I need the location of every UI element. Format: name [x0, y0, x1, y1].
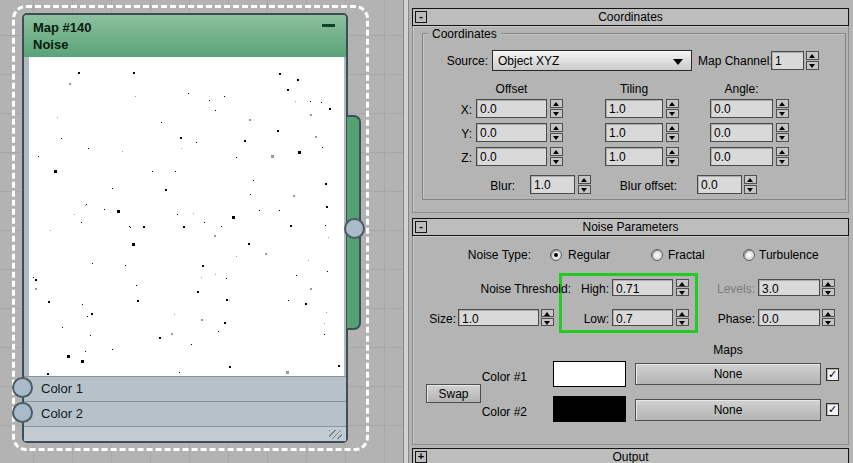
y-tiling-spinner[interactable] — [666, 123, 679, 142]
spin-down-icon[interactable] — [744, 185, 757, 194]
node-subtitle: Noise — [33, 37, 68, 52]
input-socket-color2[interactable] — [12, 402, 33, 423]
spin-up-icon[interactable] — [676, 279, 689, 287]
phase-field[interactable]: 0.0 — [758, 309, 820, 326]
noise-rollout-header[interactable]: - Noise Parameters — [412, 218, 849, 236]
source-label: Source: — [430, 54, 488, 68]
blur-offset-spinner[interactable] — [744, 175, 757, 194]
z-tiling-spinner[interactable] — [666, 147, 679, 166]
color1-map-button[interactable]: None — [635, 363, 821, 385]
y-angle-field[interactable]: 0.0 — [710, 123, 773, 142]
noise-speck — [214, 235, 216, 237]
z-angle-field[interactable]: 0.0 — [710, 147, 773, 166]
spin-up-icon[interactable] — [666, 147, 679, 156]
low-spinner[interactable] — [676, 309, 689, 326]
x-offset-spinner[interactable] — [550, 99, 563, 118]
spin-up-icon[interactable] — [550, 99, 563, 108]
spin-down-icon[interactable] — [578, 185, 591, 194]
output-rollout-header[interactable]: + Output — [412, 448, 849, 463]
spin-down-icon[interactable] — [550, 109, 563, 118]
source-dropdown[interactable]: Object XYZ — [492, 50, 692, 71]
spin-up-icon[interactable] — [550, 147, 563, 156]
y-offset-spinner[interactable] — [550, 123, 563, 142]
blur-offset-field[interactable]: 0.0 — [697, 175, 742, 194]
noise-speck — [50, 230, 51, 231]
radio-regular[interactable] — [550, 249, 562, 261]
spin-down-icon[interactable] — [666, 109, 679, 118]
x-angle-spinner[interactable] — [776, 99, 789, 118]
collapse-minus-icon[interactable]: - — [415, 11, 427, 23]
y-angle-spinner[interactable] — [776, 123, 789, 142]
spin-up-icon[interactable] — [776, 147, 789, 156]
low-label: Low: — [575, 312, 609, 326]
swap-button[interactable]: Swap — [426, 384, 481, 403]
map-channel-field[interactable]: 1 — [771, 51, 804, 70]
x-offset-field[interactable]: 0.0 — [476, 99, 547, 118]
input-socket-color1[interactable] — [12, 377, 33, 398]
color2-map-checkbox[interactable]: ✓ — [826, 403, 839, 416]
x-angle-field[interactable]: 0.0 — [710, 99, 773, 118]
spin-up-icon[interactable] — [541, 309, 554, 317]
size-field[interactable]: 1.0 — [458, 309, 539, 326]
z-angle-spinner[interactable] — [776, 147, 789, 166]
blur-spinner[interactable] — [578, 175, 591, 194]
coordinates-rollout-header[interactable]: - Coordinates — [412, 8, 849, 26]
color1-map-checkbox[interactable]: ✓ — [826, 368, 839, 381]
z-offset-spinner[interactable] — [550, 147, 563, 166]
map-channel-spinner[interactable] — [806, 51, 819, 70]
input-slot-color2[interactable]: Color 2 — [24, 401, 346, 426]
resize-grip-icon[interactable] — [329, 430, 342, 439]
spin-down-icon[interactable] — [776, 157, 789, 166]
node-header[interactable]: Map #140 Noise — [24, 15, 346, 57]
color2-swatch[interactable] — [553, 396, 626, 422]
spin-up-icon[interactable] — [666, 123, 679, 132]
y-tiling-field[interactable]: 1.0 — [605, 123, 663, 142]
spin-down-icon[interactable] — [776, 133, 789, 142]
spin-up-icon[interactable] — [666, 99, 679, 108]
spin-down-icon[interactable] — [550, 133, 563, 142]
spin-up-icon[interactable] — [578, 175, 591, 184]
spin-up-icon[interactable] — [776, 123, 789, 132]
spin-up-icon[interactable] — [676, 309, 689, 317]
spin-down-icon[interactable] — [541, 318, 554, 326]
spin-down-icon[interactable] — [666, 157, 679, 166]
radio-fractal[interactable] — [651, 249, 663, 261]
spin-down-icon[interactable] — [806, 61, 819, 70]
levels-spinner[interactable] — [822, 279, 835, 296]
levels-field[interactable]: 3.0 — [758, 279, 820, 296]
high-field[interactable]: 0.71 — [612, 279, 673, 296]
spin-up-icon[interactable] — [822, 279, 835, 287]
z-tiling-field[interactable]: 1.0 — [605, 147, 663, 166]
high-spinner[interactable] — [676, 279, 689, 296]
z-offset-field[interactable]: 0.0 — [476, 147, 547, 166]
spin-up-icon[interactable] — [822, 309, 835, 317]
spin-up-icon[interactable] — [744, 175, 757, 184]
node-view-canvas[interactable]: Map #140 Noise Color 1 Color 2 — [0, 0, 403, 463]
input-slot-color1[interactable]: Color 1 — [24, 376, 346, 401]
spin-down-icon[interactable] — [676, 288, 689, 296]
noise-map-node[interactable]: Map #140 Noise Color 1 Color 2 — [22, 13, 348, 443]
spin-up-icon[interactable] — [776, 99, 789, 108]
spin-up-icon[interactable] — [806, 51, 819, 60]
node-collapse-icon[interactable] — [322, 24, 335, 27]
x-tiling-field[interactable]: 1.0 — [605, 99, 663, 118]
radio-turbulence[interactable] — [743, 249, 755, 261]
spin-up-icon[interactable] — [550, 123, 563, 132]
y-offset-field[interactable]: 0.0 — [476, 123, 547, 142]
blur-field[interactable]: 1.0 — [530, 175, 575, 194]
spin-down-icon[interactable] — [776, 109, 789, 118]
x-tiling-spinner[interactable] — [666, 99, 679, 118]
spin-down-icon[interactable] — [822, 318, 835, 326]
phase-spinner[interactable] — [822, 309, 835, 326]
spin-down-icon[interactable] — [676, 318, 689, 326]
size-spinner[interactable] — [541, 309, 554, 326]
collapse-plus-icon[interactable]: + — [415, 451, 427, 463]
output-socket[interactable] — [344, 218, 365, 239]
low-field[interactable]: 0.7 — [612, 309, 673, 326]
spin-down-icon[interactable] — [666, 133, 679, 142]
spin-down-icon[interactable] — [822, 288, 835, 296]
color1-swatch[interactable] — [553, 361, 626, 387]
color2-map-button[interactable]: None — [635, 399, 821, 421]
collapse-minus-icon[interactable]: - — [415, 221, 427, 233]
spin-down-icon[interactable] — [550, 157, 563, 166]
